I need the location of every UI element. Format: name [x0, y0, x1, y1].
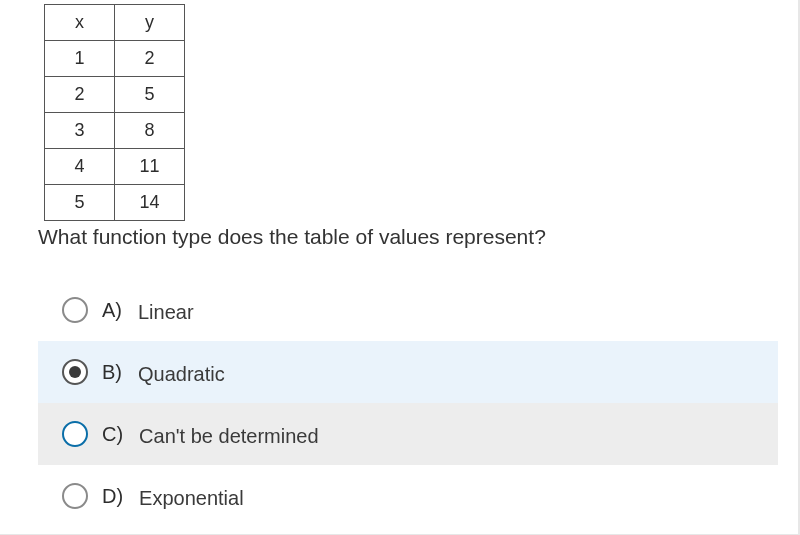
- question-block: x y 1 2 2 5 3 8 4 11 5 14 What function …: [0, 0, 798, 527]
- cell-x: 1: [45, 41, 115, 77]
- radio-icon[interactable]: [62, 359, 88, 385]
- cell-x: 2: [45, 77, 115, 113]
- option-letter: B): [102, 361, 122, 384]
- table-row: 4 11: [45, 149, 185, 185]
- col-header-y: y: [115, 5, 185, 41]
- option-c[interactable]: C) Can't be determined: [38, 403, 778, 465]
- table-head-row: x y: [45, 5, 185, 41]
- option-b[interactable]: B) Quadratic: [38, 341, 778, 403]
- table-row: 2 5: [45, 77, 185, 113]
- cell-y: 14: [115, 185, 185, 221]
- table-row: 3 8: [45, 113, 185, 149]
- radio-icon[interactable]: [62, 297, 88, 323]
- table-row: 5 14: [45, 185, 185, 221]
- option-text: Exponential: [139, 487, 244, 510]
- option-text: Linear: [138, 301, 194, 324]
- cell-x: 5: [45, 185, 115, 221]
- question-text: What function type does the table of val…: [38, 225, 778, 249]
- option-text: Quadratic: [138, 363, 225, 386]
- cell-y: 11: [115, 149, 185, 185]
- col-header-x: x: [45, 5, 115, 41]
- table-row: 1 2: [45, 41, 185, 77]
- option-d[interactable]: D) Exponential: [38, 465, 778, 527]
- answer-options: A) Linear B) Quadratic C) Can't be deter…: [38, 279, 778, 527]
- data-table: x y 1 2 2 5 3 8 4 11 5 14: [44, 4, 185, 221]
- option-a[interactable]: A) Linear: [38, 279, 778, 341]
- option-letter: D): [102, 485, 123, 508]
- option-letter: C): [102, 423, 123, 446]
- radio-icon[interactable]: [62, 421, 88, 447]
- cell-y: 8: [115, 113, 185, 149]
- radio-icon[interactable]: [62, 483, 88, 509]
- cell-y: 5: [115, 77, 185, 113]
- option-text: Can't be determined: [139, 425, 318, 448]
- cell-y: 2: [115, 41, 185, 77]
- cell-x: 3: [45, 113, 115, 149]
- option-letter: A): [102, 299, 122, 322]
- cell-x: 4: [45, 149, 115, 185]
